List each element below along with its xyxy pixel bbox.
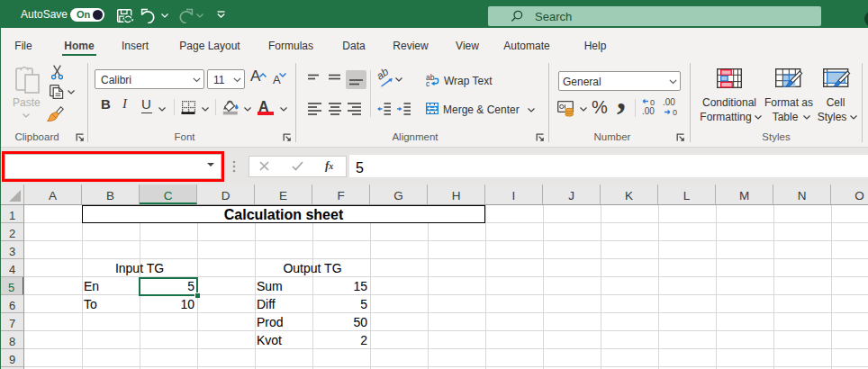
svg-text:0: 0 (673, 108, 677, 116)
svg-text:.00: .00 (642, 106, 655, 116)
svg-text:.00: .00 (663, 98, 675, 107)
